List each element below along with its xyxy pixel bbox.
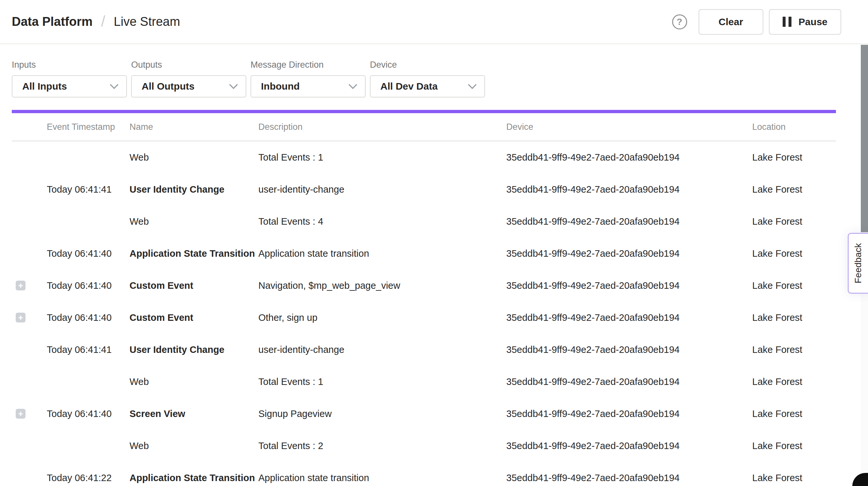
cell-timestamp: Today 06:41:40 [47,280,129,291]
cell-location: Lake Forest [752,152,836,163]
clear-button[interactable]: Clear [699,9,763,35]
outputs-dropdown-value: All Outputs [142,81,195,92]
col-location: Location [752,122,836,132]
col-device: Device [506,122,752,132]
cell-description: Total Events : 1 [258,152,506,163]
message-direction-dropdown[interactable]: Inbound [250,75,366,97]
inputs-dropdown[interactable]: All Inputs [12,75,127,97]
inputs-dropdown-value: All Inputs [22,81,67,92]
table-row[interactable]: + Today 06:41:41 User Identity Change us… [12,173,836,205]
filter-inputs: Inputs All Inputs [12,60,127,97]
cell-device: 35eddb41-9ff9-49e2-7aed-20afa90eb194 [506,408,752,419]
expand-icon[interactable]: + [16,313,26,323]
chevron-down-icon [467,83,477,90]
table-row[interactable]: + Today 06:41:40 Custom Event Navigation… [12,270,836,302]
pause-icon [783,17,792,27]
col-event-timestamp: Event Timestamp [47,122,129,132]
cell-location: Lake Forest [752,216,836,227]
cell-name: Web [129,152,258,163]
table-row[interactable]: + Today 06:41:41 User Identity Change us… [12,334,836,366]
cell-name: User Identity Change [129,344,258,355]
help-icon[interactable]: ? [672,14,687,29]
chevron-down-icon [228,83,239,90]
page-title: Live Stream [114,15,180,29]
cell-location: Lake Forest [752,408,836,419]
cell-description: Signup Pageview [258,408,506,419]
cell-location: Lake Forest [752,312,836,323]
col-name: Name [129,122,258,132]
cell-name: Custom Event [129,280,258,291]
table-row[interactable]: + Web Total Events : 2 35eddb41-9ff9-49e… [12,430,836,462]
cell-device: 35eddb41-9ff9-49e2-7aed-20afa90eb194 [506,152,752,163]
cell-timestamp: Today 06:41:41 [47,184,129,195]
cell-device: 35eddb41-9ff9-49e2-7aed-20afa90eb194 [506,280,752,291]
cell-device: 35eddb41-9ff9-49e2-7aed-20afa90eb194 [506,376,752,387]
device-dropdown[interactable]: All Dev Data [370,75,485,97]
cell-location: Lake Forest [752,376,836,387]
header-actions: ? Clear Pause [672,9,841,35]
col-description: Description [258,122,506,132]
filter-message-direction-label: Message Direction [250,60,366,70]
cell-location: Lake Forest [752,441,836,451]
cell-name: Web [129,216,258,227]
cell-location: Lake Forest [752,280,836,291]
filter-bar: Inputs All Inputs Outputs All Outputs Me… [0,44,868,97]
cell-timestamp: Today 06:41:41 [47,344,129,355]
pause-button-label: Pause [799,17,828,28]
outputs-dropdown[interactable]: All Outputs [131,75,246,97]
feedback-tab[interactable]: Feedback [848,233,868,294]
chevron-down-icon [348,83,358,90]
cell-timestamp: Today 06:41:22 [47,473,129,483]
cell-device: 35eddb41-9ff9-49e2-7aed-20afa90eb194 [506,473,752,483]
filter-inputs-label: Inputs [12,60,127,70]
breadcrumb: Data Platform / Live Stream [12,13,180,31]
filter-outputs: Outputs All Outputs [131,60,246,97]
cell-description: Other, sign up [258,312,506,323]
feedback-tab-label: Feedback [853,243,864,283]
cell-description: Application state transition [258,248,506,259]
cell-description: Total Events : 4 [258,216,506,227]
cell-device: 35eddb41-9ff9-49e2-7aed-20afa90eb194 [506,216,752,227]
filter-outputs-label: Outputs [131,60,246,70]
cell-location: Lake Forest [752,184,836,195]
cell-device: 35eddb41-9ff9-49e2-7aed-20afa90eb194 [506,312,752,323]
cell-name: User Identity Change [129,184,258,195]
expand-icon[interactable]: + [16,409,26,419]
event-stream-table: Event Timestamp Name Description Device … [12,113,836,486]
cell-name: Application State Transition [129,248,258,259]
filter-message-direction: Message Direction Inbound [250,60,366,97]
filter-device-label: Device [370,60,485,70]
table-row[interactable]: + Today 06:41:22 Application State Trans… [12,462,836,486]
cell-device: 35eddb41-9ff9-49e2-7aed-20afa90eb194 [506,344,752,355]
expand-icon[interactable]: + [16,281,26,291]
scrollbar-thumb[interactable] [861,45,868,232]
cell-description: user-identity-change [258,344,506,355]
table-row[interactable]: + Web Total Events : 4 35eddb41-9ff9-49e… [12,205,836,238]
cell-description: user-identity-change [258,184,506,195]
cell-timestamp: Today 06:41:40 [47,312,129,323]
table-row[interactable]: + Web Total Events : 1 35eddb41-9ff9-49e… [12,141,836,173]
table-row[interactable]: + Web Total Events : 1 35eddb41-9ff9-49e… [12,366,836,398]
table-row[interactable]: + Today 06:41:40 Application State Trans… [12,238,836,270]
cell-description: Application state transition [258,473,506,483]
pause-button[interactable]: Pause [769,9,841,35]
cell-timestamp: Today 06:41:40 [47,408,129,419]
table-header-row: Event Timestamp Name Description Device … [12,113,836,141]
cell-name: Screen View [129,408,258,419]
cell-device: 35eddb41-9ff9-49e2-7aed-20afa90eb194 [506,184,752,195]
cell-description: Navigation, $mp_web_page_view [258,280,506,291]
cell-location: Lake Forest [752,344,836,355]
cell-name: Web [129,441,258,451]
cell-location: Lake Forest [752,473,836,483]
table-row[interactable]: + Today 06:41:40 Screen View Signup Page… [12,398,836,430]
device-dropdown-value: All Dev Data [380,81,438,92]
cell-name: Application State Transition [129,473,258,483]
chat-widget-corner[interactable] [852,473,868,486]
accent-divider [12,110,836,113]
table-row[interactable]: + Today 06:41:40 Custom Event Other, sig… [12,302,836,334]
filter-device: Device All Dev Data [370,60,485,97]
cell-name: Web [129,376,258,387]
message-direction-dropdown-value: Inbound [261,81,300,92]
cell-description: Total Events : 1 [258,376,506,387]
breadcrumb-section[interactable]: Data Platform [12,15,93,29]
